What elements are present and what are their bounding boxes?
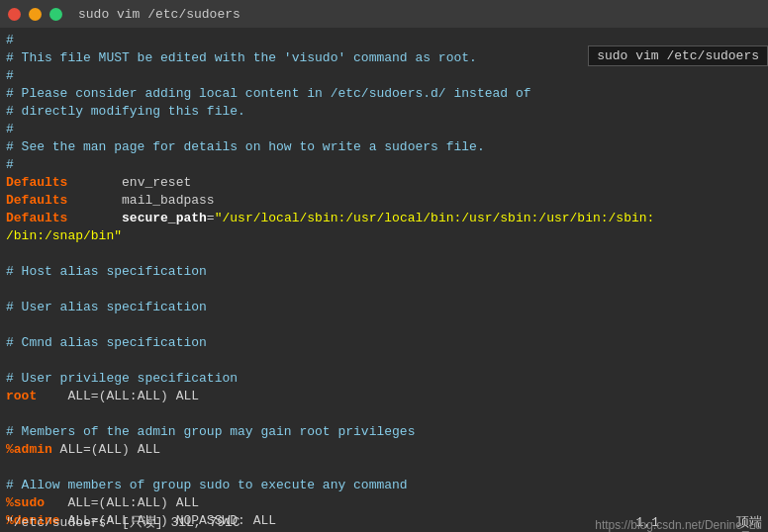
line-3: #: [0, 67, 768, 85]
close-button[interactable]: [8, 8, 21, 21]
line-7: # See the man page for details on how to…: [0, 138, 768, 156]
line-14: # Host alias specification: [0, 263, 768, 281]
line-23: # Members of the admin group may gain ro…: [0, 423, 768, 441]
line-26: # Allow members of group sudo to execute…: [0, 477, 768, 494]
line-11: Defaults secure_path="/usr/local/sbin:/u…: [0, 210, 768, 227]
line-20: # User privilege specification: [0, 370, 768, 388]
title-bar: sudo vim /etc/sudoers: [0, 0, 768, 28]
line-18: # Cmnd alias specification: [0, 334, 768, 352]
line-10: Defaults mail_badpass: [0, 192, 768, 210]
minimize-button[interactable]: [29, 8, 42, 21]
line-8: #: [0, 156, 768, 174]
line-6: #: [0, 121, 768, 138]
window-title: sudo vim /etc/sudoers: [78, 7, 240, 22]
line-9: Defaults env_reset: [0, 174, 768, 192]
tooltip-text: sudo vim /etc/sudoers: [597, 48, 759, 63]
line-5: # directly modifying this file.: [0, 103, 768, 121]
line-27: %sudo ALL=(ALL:ALL) ALL: [0, 494, 768, 512]
line-24: %admin ALL=(ALL) ALL: [0, 441, 768, 459]
line-21: root ALL=(ALL:ALL) ALL: [0, 388, 768, 405]
tooltip-box: sudo vim /etc/sudoers: [588, 45, 768, 66]
line-17: [0, 316, 768, 334]
line-4: # Please consider adding local content i…: [0, 85, 768, 103]
file-status: "/etc/sudoers" [只读] 31L, 791C: [6, 514, 240, 532]
line-13: [0, 245, 768, 263]
terminal-body: sudo vim /etc/sudoers # # This file MUST…: [0, 28, 768, 532]
line-19: [0, 352, 768, 370]
line-16: # User alias specification: [0, 299, 768, 316]
line-22: [0, 405, 768, 423]
watermark: https://blog.csdn.net/Denine_Lu: [595, 518, 762, 532]
maximize-button[interactable]: [49, 8, 62, 21]
line-25: [0, 459, 768, 477]
line-12: /bin:/snap/bin": [0, 227, 768, 245]
line-15: [0, 281, 768, 299]
